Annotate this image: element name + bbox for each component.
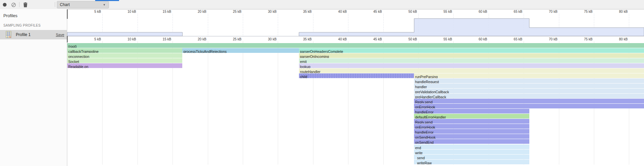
flame-bar-label: handler [414, 85, 427, 88]
flame-bar[interactable]: Reply.send [414, 99, 644, 103]
chart-ruler-tick: 50 kB [383, 37, 417, 41]
flame-bar[interactable]: handleError [414, 129, 529, 134]
chart-ruler-tick: 65 kB [489, 37, 522, 41]
flame-bar[interactable]: onSendEnd [414, 139, 529, 144]
flame-bar-label: Reply.send [414, 100, 432, 103]
flame-bar[interactable]: onErrorHook [414, 124, 529, 129]
flame-bar-label: lookup [299, 65, 310, 68]
flame-bar[interactable]: processTicksAndRejections [182, 48, 299, 53]
flame-bar-label: Readable.on [67, 65, 88, 68]
chart-ruler-tick: 80 kB [594, 37, 628, 41]
flame-bar-label: _writeRaw [414, 161, 431, 164]
chart-ruler-tick: 60 kB [454, 37, 487, 41]
memory-profiler-window: Chart ▼ Profiles SAMPLING PROFILES % Pro… [0, 0, 644, 166]
flame-bar[interactable]: preValidationCallback [414, 89, 644, 93]
flame-bar-label: callbackTrampoline [67, 49, 99, 53]
flame-bar[interactable]: routeHandler [299, 68, 644, 73]
flame-bar-label: emit [299, 60, 307, 63]
flame-bar-label: _send [414, 156, 425, 159]
flame-bar[interactable]: onErrorHook [414, 104, 644, 108]
flame-bar[interactable]: preHandlerCallback [414, 94, 644, 98]
flame-bar-label: Reply.send [414, 120, 432, 124]
chart-ruler-tick: 70 kB [524, 37, 558, 41]
chart-ruler-tick: 45 kB [348, 37, 382, 41]
flame-bar-label: onSendHook [414, 135, 435, 139]
overview-silhouette[interactable] [0, 0, 644, 37]
chart-ruler-tick: 15 kB [138, 37, 171, 41]
flame-bar-label: parserOnIncoming [299, 55, 329, 58]
flame-bar[interactable]: parserOnHeadersComplete [299, 48, 644, 53]
flame-bar-label: (root) [67, 44, 77, 48]
flame-bar[interactable]: child [299, 73, 414, 78]
flame-bar-label: handleError [414, 130, 433, 134]
chart-ruler-tick: 75 kB [559, 37, 593, 41]
chart-ruler-tick: 55 kB [418, 37, 452, 41]
flame-bar-label: onErrorHook [414, 105, 435, 108]
flame-bar[interactable]: defaultErrorHandler [414, 114, 529, 119]
flame-bar-label: parserOnHeadersComplete [299, 49, 343, 53]
flame-bar-label: end [414, 146, 421, 149]
flame-bar[interactable]: onSendHook [414, 134, 529, 139]
flame-bar-label: child [299, 75, 307, 78]
chart-ruler-tick: 5 kB [67, 37, 101, 41]
flame-bar-label: Socket [67, 60, 79, 63]
gridline [208, 41, 208, 165]
flame-bar[interactable]: runPreParsing [414, 73, 644, 78]
flame-bar[interactable]: onconnection [67, 53, 182, 58]
flame-bar[interactable]: _send [414, 155, 529, 159]
flame-bar-label: onconnection [67, 55, 89, 58]
chart-ruler-tick: 30 kB [243, 37, 276, 41]
chart-zero-handle[interactable] [67, 36, 68, 42]
overview-zero-handle[interactable] [67, 9, 68, 19]
flame-bar[interactable]: callbackTrampoline [67, 48, 182, 53]
gridline [278, 41, 278, 165]
flame-bar[interactable]: Readable.on [67, 63, 182, 68]
flame-bar[interactable]: _writeRaw [414, 160, 529, 164]
chart-ruler-tick: 35 kB [278, 37, 312, 41]
flame-bar-label: processTicksAndRejections [182, 49, 227, 53]
flame-bar-label: runPreParsing [414, 75, 438, 78]
overview-bottom-border [67, 36, 644, 36]
flame-bar-label: handleError [414, 110, 433, 113]
flame-bar[interactable]: parserOnIncoming [299, 53, 644, 58]
flame-bar[interactable]: write_ [414, 150, 529, 154]
flame-bar[interactable]: end [414, 144, 529, 149]
chart-ruler-tick: 20 kB [173, 37, 206, 41]
flame-bar-label: preHandlerCallback [414, 95, 446, 98]
flame-bar-label: routeHandler [299, 70, 320, 73]
flame-bar-label: preValidationCallback [414, 90, 449, 93]
chart-ruler-tick: 10 kB [103, 37, 136, 41]
flame-bar-label: defaultErrorHandler [414, 115, 446, 119]
chart-ruler-tick: 40 kB [313, 37, 347, 41]
gridline [243, 41, 243, 165]
flame-bar-label: handleRequest [414, 80, 439, 83]
flame-bar[interactable]: emit [299, 58, 644, 63]
flame-bar[interactable]: handler [414, 84, 644, 88]
flame-bar[interactable]: Reply.send [414, 119, 529, 124]
flame-bar[interactable]: (root) [67, 43, 644, 48]
flame-bar-label: onSendEnd [414, 140, 433, 144]
flame-bar-label: write_ [414, 151, 424, 154]
flame-bar-label: onErrorHook [414, 125, 435, 129]
flame-bar[interactable]: handleRequest [414, 78, 644, 83]
flame-bar[interactable]: lookup [299, 63, 644, 68]
chart-ruler-tick: 25 kB [208, 37, 241, 41]
flame-bar[interactable]: Socket [67, 58, 182, 63]
flame-bar[interactable]: handleError [414, 109, 529, 113]
